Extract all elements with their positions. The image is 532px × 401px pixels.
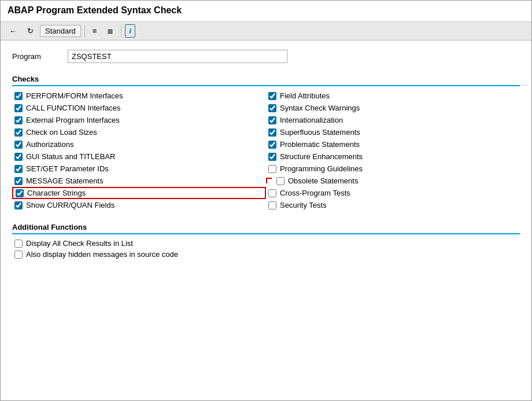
list-item[interactable]: Authorizations [12,138,266,150]
superfluous-statements-label: Superfluous Statements [280,128,360,137]
toolbar-divider [84,25,85,37]
main-window: ABAP Program Extended Syntax Check ← ↻ S… [0,0,532,401]
external-program-checkbox[interactable] [14,116,23,124]
list-item[interactable]: MESSAGE Statements [12,175,266,187]
program-input[interactable] [68,50,287,63]
problematic-statements-label: Problematic Statements [280,140,360,149]
bracket-indicator [266,178,274,185]
perform-form-label: PERFORM/FORM Interfaces [26,91,123,100]
bracket-row: Obsolete Statements [266,175,520,187]
display-hidden-messages-checkbox[interactable] [14,251,23,259]
title-bar: ABAP Program Extended Syntax Check [1,1,531,22]
bracket-top [266,178,272,183]
right-checks-column: Field Attributes Syntax Check Warnings I… [266,90,520,211]
gui-status-checkbox[interactable] [14,153,23,161]
message-statements-label: MESSAGE Statements [26,176,104,185]
checks-grid: PERFORM/FORM Interfaces CALL FUNCTION In… [12,90,520,211]
cross-program-tests-checkbox[interactable] [268,189,276,197]
internationalization-label: Internationalization [280,116,343,124]
list-item[interactable]: Programming Guidelines [266,163,520,175]
check-load-sizes-checkbox[interactable] [14,128,23,137]
info-button[interactable]: i [125,24,135,38]
info-icon: i [129,27,131,35]
list-item[interactable]: GUI Status and TITLEBAR [12,150,266,163]
standard-button[interactable]: Standard [40,25,81,37]
back-button[interactable]: ← [5,24,21,38]
show-curr-quan-label: Show CURR/QUAN Fields [26,201,114,209]
gui-status-label: GUI Status and TITLEBAR [26,152,115,161]
list-item[interactable]: CALL FUNCTION Interfaces [12,102,266,114]
program-row: Program [12,50,520,63]
list-item[interactable]: Structure Enhancements [266,150,520,163]
list-item[interactable]: Display All Check Results in List [12,238,520,249]
list-item[interactable]: Character Strings [12,187,266,199]
expand-button[interactable]: ≣ [103,24,117,38]
additional-functions-title: Additional Functions [12,223,520,234]
forward-icon: ↻ [27,27,34,35]
toolbar: ← ↻ Standard ≡ ≣ i [1,22,531,41]
authorizations-label: Authorizations [26,140,73,149]
list-item[interactable]: External Program Interfaces [12,114,266,126]
additional-checks: Display All Check Results in List Also d… [12,238,520,260]
list-item[interactable]: PERFORM/FORM Interfaces [12,90,266,102]
standard-label: Standard [45,27,76,35]
expand-icon: ≣ [107,27,113,35]
list-item[interactable]: Security Tests [266,199,520,211]
list-item[interactable]: Field Attributes [266,90,520,102]
left-checks-column: PERFORM/FORM Interfaces CALL FUNCTION In… [12,90,266,211]
external-program-label: External Program Interfaces [26,116,120,124]
superfluous-statements-checkbox[interactable] [268,128,276,137]
list-icon: ≡ [93,27,97,35]
syntax-check-warnings-checkbox[interactable] [268,104,276,112]
display-hidden-messages-label: Also display hidden messages in source c… [26,250,178,259]
list-item[interactable]: Check on Load Sizes [12,126,266,138]
character-strings-checkbox[interactable] [16,189,24,197]
list-button[interactable]: ≡ [88,24,101,38]
content-area: Program Checks PERFORM/FORM Interfaces C [1,41,531,269]
character-strings-label: Character Strings [27,189,86,197]
show-curr-quan-checkbox[interactable] [14,201,23,209]
set-get-checkbox[interactable] [14,165,23,173]
call-function-label: CALL FUNCTION Interfaces [26,104,121,112]
security-tests-checkbox[interactable] [268,201,276,209]
list-item[interactable]: Show CURR/QUAN Fields [12,199,266,211]
message-statements-checkbox[interactable] [14,177,23,185]
programming-guidelines-checkbox[interactable] [268,165,276,173]
display-all-results-checkbox[interactable] [14,240,23,248]
list-item[interactable]: Problematic Statements [266,138,520,150]
check-load-sizes-label: Check on Load Sizes [26,128,97,137]
list-item[interactable]: Cross-Program Tests [266,187,520,199]
page-title: ABAP Program Extended Syntax Check [8,5,524,16]
list-item[interactable]: Syntax Check Warnings [266,102,520,114]
internationalization-checkbox[interactable] [268,116,276,124]
list-item[interactable]: Also display hidden messages in source c… [12,249,520,260]
back-icon: ← [9,27,17,35]
list-item[interactable]: SET/GET Parameter IDs [12,163,266,175]
list-item[interactable]: Superfluous Statements [266,126,520,138]
obsolete-statements-checkbox[interactable] [276,177,285,185]
display-all-results-label: Display All Check Results in List [26,239,133,248]
structure-enhancements-checkbox[interactable] [268,153,276,161]
call-function-checkbox[interactable] [14,104,23,112]
list-item[interactable]: Obsolete Statements [274,175,520,187]
perform-form-checkbox[interactable] [14,92,23,100]
toolbar-divider2 [121,25,121,37]
set-get-label: SET/GET Parameter IDs [26,164,109,173]
obsolete-statements-label: Obsolete Statements [288,176,358,185]
list-item[interactable]: Internationalization [266,114,520,126]
forward-button[interactable]: ↻ [23,24,38,38]
programming-guidelines-label: Programming Guidelines [280,164,363,173]
authorizations-checkbox[interactable] [14,141,23,149]
syntax-check-warnings-label: Syntax Check Warnings [280,104,360,112]
structure-enhancements-label: Structure Enhancements [280,152,363,161]
checks-section-title: Checks [12,75,520,86]
additional-functions-section: Additional Functions Display All Check R… [12,223,520,260]
field-attributes-label: Field Attributes [280,91,330,100]
cross-program-tests-label: Cross-Program Tests [280,189,350,197]
field-attributes-checkbox[interactable] [268,92,276,100]
problematic-statements-checkbox[interactable] [268,141,276,149]
program-label: Program [12,52,58,61]
checks-section: Checks PERFORM/FORM Interfaces CALL FUNC… [12,75,520,211]
security-tests-label: Security Tests [280,201,327,209]
